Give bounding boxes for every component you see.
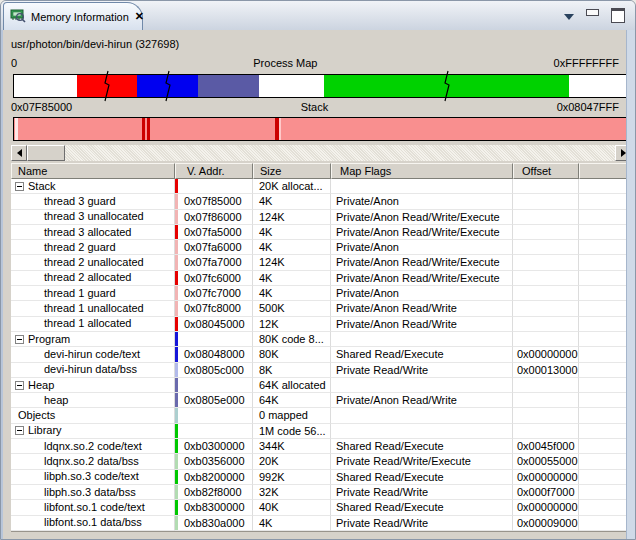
color-chip (175, 470, 178, 484)
row-offset: 0x00000000 (513, 500, 579, 515)
column-header-size[interactable]: Size (253, 163, 331, 179)
row-flags: Private/Anon Read/Write (331, 393, 513, 408)
table-row[interactable]: ldqnx.so.2 code/text 0xb0300000 344K Sha… (11, 439, 629, 454)
table-row[interactable]: heap 0x0805e000 64K Private/Anon Read/Wr… (11, 393, 629, 408)
table-row[interactable]: thread 2 allocated 0x07fc6000 4K Private… (11, 271, 629, 286)
color-chip (175, 301, 178, 315)
table-row[interactable]: libph.so.3 code/text 0xb8200000 992K Sha… (11, 470, 629, 485)
row-offset: 0x0045f000 (513, 439, 579, 454)
process-map-end: 0xFFFFFFFF (554, 57, 619, 70)
row-name: devi-hirun code/text (44, 347, 140, 362)
row-flags: Private Read/Write (331, 363, 513, 378)
stack-marker (147, 118, 150, 140)
row-offset (513, 286, 579, 301)
row-flags: Private Read/Write/Execute (331, 454, 513, 469)
stack-map-start: 0x07F85000 (11, 101, 72, 114)
memory-table-header: Name V. Addr. Size Map Flags Offset (11, 163, 629, 179)
tab-strip: Memory Information ✕ (1, 1, 635, 31)
row-offset (513, 271, 579, 286)
stack-map-bar[interactable] (13, 117, 629, 141)
row-filler (579, 408, 629, 423)
row-offset (513, 378, 579, 393)
process-map-bar[interactable] (13, 74, 629, 98)
scroll-left-button[interactable] (11, 145, 27, 161)
view-content: usr/photon/bin/devi-hirun (327698) 0 Pro… (3, 30, 627, 539)
tree-expander-icon[interactable] (15, 182, 24, 191)
table-row[interactable]: ldqnx.so.2 data/bss 0xb0356000 20K Priva… (11, 454, 629, 469)
row-vaddr: 0xb8300000 (184, 500, 245, 514)
row-offset: 0x00000000 (513, 347, 579, 362)
row-filler (579, 500, 629, 515)
row-flags (331, 378, 513, 393)
color-chip (175, 255, 178, 269)
row-size: 20K (253, 454, 331, 469)
row-vaddr: 0xb8200000 (184, 470, 245, 484)
color-chip (175, 393, 178, 407)
row-size: 500K (253, 301, 331, 316)
column-header-vaddr[interactable]: V. Addr. (175, 163, 253, 179)
table-row[interactable]: thread 3 unallocated 0x07f86000 124K Pri… (11, 210, 629, 225)
table-row[interactable]: devi-hirun data/bss 0x0805c000 8K Privat… (11, 363, 629, 378)
row-name: thread 1 unallocated (44, 301, 144, 316)
column-header-name[interactable]: Name (11, 163, 175, 179)
row-name: thread 1 guard (44, 286, 116, 301)
table-row[interactable]: libfont.so.1 data/bss 0xb830a000 4K Priv… (11, 516, 629, 531)
row-flags: Private/Anon Read/Write (331, 317, 513, 332)
process-map-segment (77, 75, 137, 97)
table-row[interactable]: Heap 64K allocated (11, 378, 629, 393)
row-name: thread 2 allocated (44, 271, 131, 286)
color-chip (175, 363, 178, 377)
scrollbar-thumb[interactable] (27, 145, 65, 161)
table-row[interactable]: thread 1 unallocated 0x07fc8000 500K Pri… (11, 301, 629, 316)
row-vaddr: 0x08048000 (184, 347, 245, 361)
table-row[interactable]: thread 2 guard 0x07fa6000 4K Private/Ano… (11, 240, 629, 255)
tree-expander-icon[interactable] (15, 426, 24, 435)
table-row[interactable]: thread 1 allocated 0x08045000 12K Privat… (11, 317, 629, 332)
table-row[interactable]: thread 3 allocated 0x07fa5000 4K Private… (11, 225, 629, 240)
row-filler (579, 470, 629, 485)
stack-map-end: 0x08047FFF (557, 101, 619, 114)
process-map-segment (137, 75, 198, 97)
stack-map-labels: 0x07F85000 Stack 0x08047FFF (11, 101, 619, 114)
minimize-icon[interactable] (586, 9, 599, 16)
row-name: thread 1 allocated (44, 317, 131, 332)
table-row[interactable]: Library 1M code 56... (11, 424, 629, 439)
row-name: libfont.so.1 code/text (44, 500, 145, 515)
close-icon[interactable]: ✕ (135, 11, 144, 22)
table-row[interactable]: Objects 0 mapped (11, 408, 629, 423)
arrow-left-icon (17, 149, 22, 157)
table-row[interactable]: Program 80K code 8... (11, 332, 629, 347)
table-row[interactable]: thread 2 unallocated 0x07fa7000 124K Pri… (11, 255, 629, 270)
row-size: 20K allocat... (253, 179, 331, 194)
row-filler (579, 439, 629, 454)
row-vaddr: 0x0805e000 (184, 393, 245, 407)
tree-expander-icon[interactable] (15, 381, 24, 390)
tree-expander-icon[interactable] (15, 335, 24, 344)
row-flags: Private/Anon Read/Write (331, 301, 513, 316)
view-toolbar (564, 8, 625, 23)
row-offset: 0x00013000 (513, 363, 579, 378)
tab-memory-information[interactable]: Memory Information ✕ (3, 2, 143, 30)
color-chip (175, 179, 178, 193)
maximize-icon[interactable] (611, 8, 625, 23)
column-header-offset[interactable]: Offset (513, 163, 579, 179)
table-row[interactable]: thread 3 guard 0x07f85000 4K Private/Ano… (11, 194, 629, 209)
table-row[interactable]: libfont.so.1 code/text 0xb8300000 40K Sh… (11, 500, 629, 515)
row-vaddr: 0x07fc7000 (184, 286, 241, 300)
view-menu-icon[interactable] (564, 14, 574, 20)
right-sash[interactable] (626, 30, 635, 539)
column-header-mapflags[interactable]: Map Flags (331, 163, 513, 179)
table-row[interactable]: thread 1 guard 0x07fc7000 4K Private/Ano… (11, 286, 629, 301)
row-filler (579, 363, 629, 378)
row-filler (579, 286, 629, 301)
table-row[interactable]: libph.so.3 data/bss 0xb82f8000 32K Priva… (11, 485, 629, 500)
row-flags: Private/Anon (331, 194, 513, 209)
row-flags: Shared Read/Execute (331, 347, 513, 362)
column-header-filler (579, 163, 629, 179)
row-name: thread 2 unallocated (44, 255, 144, 270)
table-row[interactable]: Stack 20K allocat... (11, 179, 629, 194)
row-flags: Private Read/Write (331, 485, 513, 500)
horizontal-scrollbar[interactable] (11, 145, 631, 161)
table-row[interactable]: devi-hirun code/text 0x08048000 80K Shar… (11, 347, 629, 362)
row-name: Objects (18, 408, 55, 423)
